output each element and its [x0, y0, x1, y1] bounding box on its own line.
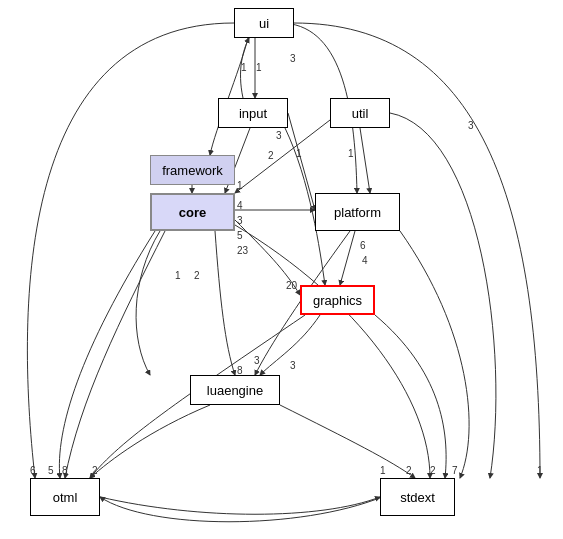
node-util: util [330, 98, 390, 128]
graph-svg [0, 0, 563, 539]
edge-label-core-otml1: 1 [175, 270, 181, 281]
node-otml-label: otml [53, 490, 78, 505]
node-stdext: stdext [380, 478, 455, 516]
edge-label-framework-core: 1 [237, 180, 243, 191]
edge-label-core-luaengine23: 23 [237, 245, 248, 256]
edge-label-otml-8: 8 [62, 465, 68, 476]
node-input: input [218, 98, 288, 128]
edge-label-core-graphics5: 5 [237, 230, 243, 241]
edge-label-ui-platform: 3 [290, 53, 296, 64]
node-framework-label: framework [162, 163, 223, 178]
node-core: core [150, 193, 235, 231]
node-framework: framework [150, 155, 235, 185]
edge-label-otml-2: 2 [92, 465, 98, 476]
node-platform-label: platform [334, 205, 381, 220]
edge-label-input-platform: 1 [296, 148, 302, 159]
edge-label-ui-input2: 1 [241, 62, 247, 73]
node-platform: platform [315, 193, 400, 231]
node-ui: ui [234, 8, 294, 38]
node-core-label: core [179, 205, 206, 220]
edge-label-luaengine-3b: 3 [290, 360, 296, 371]
node-util-label: util [352, 106, 369, 121]
edge-label-stdext-1b: 1 [537, 465, 543, 476]
edge-label-input-graphics: 3 [276, 130, 282, 141]
edge-label-stdext-2b: 2 [430, 465, 436, 476]
node-input-label: input [239, 106, 267, 121]
edge-label-stdext-2: 2 [406, 465, 412, 476]
edge-label-core-platform4: 4 [237, 200, 243, 211]
edge-label-stdext-1: 1 [380, 465, 386, 476]
edge-label-otml-6: 6 [30, 465, 36, 476]
node-luaengine-label: luaengine [207, 383, 263, 398]
node-luaengine: luaengine [190, 375, 280, 405]
edge-label-core-graphics20: 20 [286, 280, 297, 291]
edge-label-core-platform3: 3 [237, 215, 243, 226]
graph-container: 1 1 3 3 2 1 1 3 1 4 3 5 23 2 1 20 6 4 3 … [0, 0, 563, 539]
node-graphics: graphics [300, 285, 375, 315]
edge-label-luaengine-3a: 3 [254, 355, 260, 366]
edge-label-platform-graphics4: 4 [362, 255, 368, 266]
edge-label-util-platform: 1 [348, 148, 354, 159]
edge-label-core-otml2: 2 [194, 270, 200, 281]
edge-label-ui-input: 1 [256, 62, 262, 73]
node-stdext-label: stdext [400, 490, 435, 505]
node-otml: otml [30, 478, 100, 516]
edge-label-input-core: 2 [268, 150, 274, 161]
node-ui-label: ui [259, 16, 269, 31]
edge-label-otml-5: 5 [48, 465, 54, 476]
edge-label-platform-graphics6: 6 [360, 240, 366, 251]
node-graphics-label: graphics [313, 293, 362, 308]
edge-label-util-stdext: 3 [468, 120, 474, 131]
edge-label-stdext-7: 7 [452, 465, 458, 476]
